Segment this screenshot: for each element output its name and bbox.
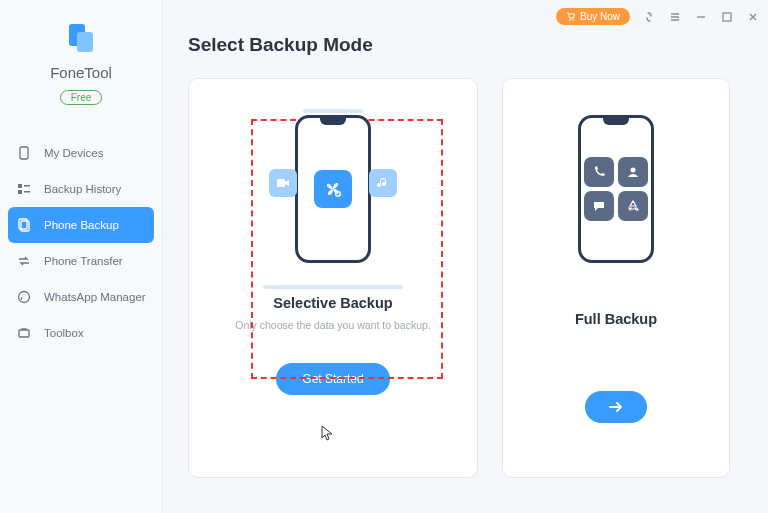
svg-rect-3: [18, 184, 22, 188]
sidebar-item-toolbox[interactable]: Toolbox: [0, 315, 162, 351]
svg-rect-5: [24, 185, 30, 187]
minimize-icon[interactable]: [694, 10, 708, 24]
menu-icon[interactable]: [668, 10, 682, 24]
get-started-button[interactable]: Get Started: [276, 363, 389, 395]
appstore-icon: [618, 191, 648, 221]
close-icon[interactable]: [746, 10, 760, 24]
sidebar-item-phone-transfer[interactable]: Phone Transfer: [0, 243, 162, 279]
svg-point-12: [572, 19, 574, 21]
transfer-icon: [16, 253, 32, 269]
message-icon: [584, 191, 614, 221]
svg-rect-6: [24, 191, 30, 193]
buy-now-label: Buy Now: [580, 11, 620, 22]
logo-block: FoneTool Free: [0, 0, 162, 117]
app-logo-icon: [63, 20, 99, 56]
nav: My Devices Backup History Phone Backup P…: [0, 135, 162, 351]
toolbox-icon: [16, 325, 32, 341]
svg-rect-15: [277, 179, 285, 187]
phone-call-icon: [584, 157, 614, 187]
svg-point-9: [19, 292, 30, 303]
sidebar-item-label: Toolbox: [44, 327, 84, 339]
selective-backup-title: Selective Backup: [207, 295, 459, 311]
backup-icon: [16, 217, 32, 233]
music-icon: [369, 169, 397, 197]
buy-now-button[interactable]: Buy Now: [556, 8, 630, 25]
selective-backup-card[interactable]: Selective Backup Only choose the data yo…: [188, 78, 478, 478]
svg-rect-10: [19, 330, 29, 337]
full-backup-illustration: [566, 115, 666, 275]
selective-backup-subtitle: Only choose the data you want to backup.: [207, 319, 459, 331]
svg-point-11: [569, 19, 571, 21]
sidebar-item-label: WhatsApp Manager: [44, 291, 146, 303]
sidebar: FoneTool Free My Devices Backup History …: [0, 0, 163, 513]
selective-backup-illustration: [283, 115, 383, 275]
sidebar-item-label: Phone Backup: [44, 219, 119, 231]
svg-rect-2: [20, 147, 28, 159]
full-backup-title: Full Backup: [521, 311, 711, 327]
cart-icon: [566, 12, 576, 22]
whatsapp-icon: [16, 289, 32, 305]
svg-rect-4: [18, 190, 22, 194]
history-icon: [16, 181, 32, 197]
svg-point-16: [631, 168, 636, 173]
full-backup-card[interactable]: Full Backup: [502, 78, 730, 478]
svg-rect-1: [77, 32, 93, 52]
sidebar-item-backup-history[interactable]: Backup History: [0, 171, 162, 207]
maximize-icon[interactable]: [720, 10, 734, 24]
app-name: FoneTool: [0, 64, 162, 81]
sidebar-item-label: Backup History: [44, 183, 121, 195]
device-icon: [16, 145, 32, 161]
arrow-right-icon: [607, 400, 625, 414]
free-badge: Free: [60, 90, 103, 105]
cards-row: Selective Backup Only choose the data yo…: [188, 78, 754, 478]
video-icon: [269, 169, 297, 197]
main: Select Backup Mode Selective Backup Only…: [188, 34, 754, 503]
sidebar-item-phone-backup[interactable]: Phone Backup: [8, 207, 154, 243]
page-title: Select Backup Mode: [188, 34, 754, 56]
contact-icon: [618, 157, 648, 187]
link-icon[interactable]: [642, 10, 656, 24]
fan-icon: [314, 170, 352, 208]
sidebar-item-label: My Devices: [44, 147, 103, 159]
sidebar-item-label: Phone Transfer: [44, 255, 123, 267]
sidebar-item-whatsapp-manager[interactable]: WhatsApp Manager: [0, 279, 162, 315]
full-backup-button[interactable]: [585, 391, 647, 423]
svg-rect-13: [723, 13, 731, 21]
titlebar: Buy Now: [556, 8, 760, 25]
sidebar-item-my-devices[interactable]: My Devices: [0, 135, 162, 171]
